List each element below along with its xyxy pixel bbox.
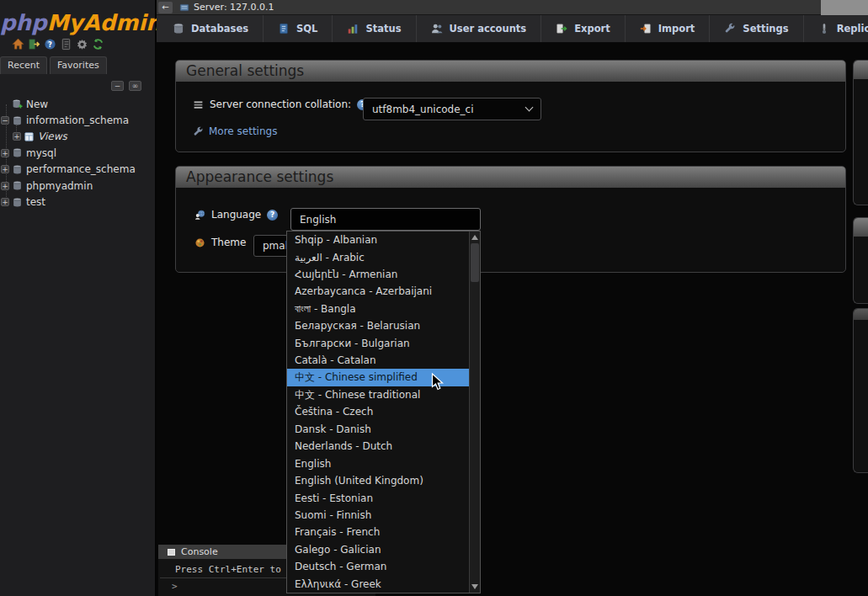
language-option[interactable]: Dansk - Danish [287, 421, 469, 438]
collation-select[interactable]: utf8mb4_unicode_ci [363, 98, 541, 120]
language-row: Language [194, 209, 278, 221]
language-dropdown-list: Shqip - Albanianالعربية - ArabicՀայերէն … [286, 231, 481, 593]
main-nav-tabs: Databases SQL Status User accounts Expor… [157, 15, 868, 43]
collation-label: Server connection collation: [210, 98, 351, 110]
scroll-up-icon[interactable] [471, 235, 478, 240]
tree-item-label: New [26, 98, 48, 110]
nav-tab-icon [818, 23, 830, 35]
appearance-settings-panel: Appearance settings Language English The… [175, 166, 846, 273]
logo-php: php [0, 10, 47, 35]
nav-tab-icon [347, 23, 359, 35]
tree-item[interactable]: − information_schema [0, 112, 155, 128]
scroll-down-icon[interactable] [471, 584, 478, 589]
nav-tab[interactable]: Replication [804, 15, 868, 42]
tree-expander-icon[interactable]: − [1, 116, 9, 125]
nav-tab-label: Databases [191, 23, 248, 35]
language-option[interactable]: Deutsch - German [287, 558, 469, 575]
language-option[interactable]: Čeština - Czech [287, 403, 469, 420]
wrench-icon [193, 126, 204, 137]
nav-tab[interactable]: Status [333, 15, 416, 42]
tree-item[interactable]: + test [0, 194, 155, 210]
tree-item-label: performance_schema [26, 163, 136, 175]
sidebar-toolbar-icon[interactable] [76, 38, 88, 51]
nav-tab-label: Status [365, 23, 401, 35]
nav-tab-label: Settings [743, 23, 788, 35]
phpmyadmin-logo[interactable]: phpMyAdmin [0, 0, 155, 35]
mouse-cursor [431, 373, 445, 391]
help-icon[interactable] [267, 210, 278, 221]
tree-expander-icon[interactable]: + [1, 182, 9, 190]
sidebar-toolbar-icon[interactable] [44, 38, 56, 51]
nav-tab-icon [173, 23, 184, 35]
tree-item-label: test [26, 196, 45, 208]
language-option[interactable]: Беларуская - Belarusian [287, 317, 469, 334]
theme-label: Theme [211, 237, 246, 248]
collation-icon [193, 99, 204, 110]
language-option[interactable]: বাংলা - Bangla [287, 301, 469, 317]
dropdown-scrollbar[interactable] [469, 231, 480, 593]
language-option[interactable]: العربية - Arabic [287, 248, 469, 265]
nav-tab[interactable]: Databases [158, 15, 264, 42]
sidebar-tab[interactable]: Recent [0, 56, 47, 74]
language-option[interactable]: Shqip - Albanian [287, 231, 469, 248]
console-prompt: > [172, 581, 178, 592]
chevron-down-icon [525, 104, 534, 112]
logo-myadmin: MyAdmin [47, 10, 162, 35]
language-options: Shqip - Albanianالعربية - ArabicՀայերէն … [287, 231, 469, 593]
nav-tab-icon [431, 23, 443, 35]
sidebar-toolbar-icon[interactable] [28, 38, 40, 51]
tree-item[interactable]: + performance_schema [0, 162, 155, 178]
navigation-sidebar: phpMyAdmin RecentFavorites −∞ New − [0, 0, 155, 596]
database-tree: New − information_schema + Views + [0, 96, 155, 210]
sidebar-toolbar-icon[interactable] [12, 38, 24, 51]
sidebar-tab[interactable]: Favorites [50, 56, 107, 74]
language-option[interactable]: English [287, 455, 469, 471]
right-panel-fragment [853, 308, 868, 473]
language-option[interactable]: Հայերէն - Armenian [287, 266, 469, 283]
nav-tab[interactable]: Export [541, 15, 626, 42]
language-option[interactable]: Suomi - Finnish [287, 507, 469, 524]
tree-item[interactable]: + Views [0, 129, 155, 145]
nav-tab-label: SQL [296, 23, 317, 35]
language-select-value: English [300, 214, 336, 226]
language-option[interactable]: Català - Catalan [287, 352, 469, 369]
tree-item[interactable]: New [0, 96, 155, 112]
language-select[interactable]: English [290, 208, 481, 231]
back-arrow-button[interactable]: ← [158, 2, 173, 13]
tree-control-button[interactable]: − [111, 81, 124, 91]
nav-tab[interactable]: User accounts [417, 15, 542, 42]
tree-expander-icon[interactable]: + [13, 132, 21, 141]
tree-item-icon [12, 147, 23, 158]
scrollbar-thumb[interactable] [471, 243, 479, 282]
tree-expander-icon[interactable]: + [1, 149, 9, 157]
sidebar-tabs: RecentFavorites [0, 56, 155, 74]
language-option[interactable]: Eesti - Estonian [287, 489, 469, 506]
tree-expander-icon[interactable]: + [1, 198, 9, 206]
language-option[interactable]: Français - French [287, 524, 469, 540]
nav-tab-label: Import [658, 23, 695, 35]
sidebar-toolbar-icon[interactable] [92, 38, 104, 51]
tree-control-button[interactable]: ∞ [129, 81, 141, 91]
server-breadcrumb[interactable]: Server: 127.0.0.1 [194, 2, 274, 13]
nav-tab[interactable]: SQL [264, 15, 333, 42]
topbar-right-fragment [821, 0, 868, 15]
language-option[interactable]: Azerbaycanca - Azerbaijani [287, 283, 469, 300]
tree-item[interactable]: + phpmyadmin [0, 178, 155, 194]
language-option[interactable]: Galego - Galician [287, 541, 469, 558]
language-option[interactable]: Nederlands - Dutch [287, 438, 469, 455]
language-option[interactable]: Ελληνικά - Greek [287, 575, 469, 592]
nav-tab-icon [724, 23, 736, 35]
language-option[interactable]: Български - Bulgarian [287, 335, 469, 352]
more-settings-link[interactable]: More settings [193, 125, 277, 137]
nav-tab[interactable]: Import [626, 15, 711, 42]
more-settings-label: More settings [209, 125, 277, 137]
collation-row: Server connection collation: [193, 98, 368, 110]
tree-item-icon [12, 180, 23, 191]
nav-tab-icon [278, 23, 290, 35]
language-option[interactable]: English (United Kingdom) [287, 472, 469, 489]
nav-tab-label: User accounts [450, 23, 527, 35]
tree-expander-icon[interactable]: + [1, 165, 9, 173]
sidebar-toolbar-icon[interactable] [60, 38, 72, 51]
tree-item[interactable]: + mysql [0, 145, 155, 161]
nav-tab[interactable]: Settings [710, 15, 803, 42]
